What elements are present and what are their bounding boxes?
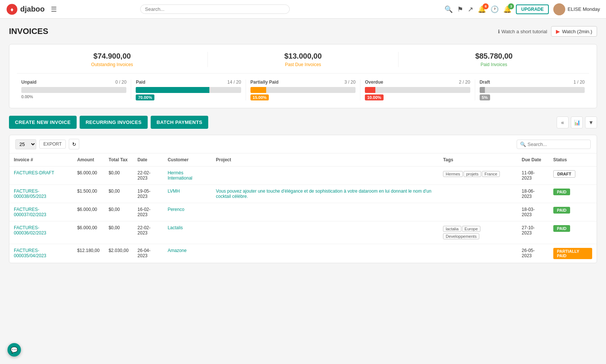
table-search-input[interactable] bbox=[527, 141, 587, 147]
due-date-cell: 26-05-2023 bbox=[517, 244, 549, 263]
customer-cell: Perenco bbox=[163, 203, 211, 221]
table-row: FACTURES-000038/05/2023$1.500,00$0,0019-… bbox=[9, 185, 597, 203]
header: ♦ djaboo ☰ 🔍 ⚑ ↗ 🔔 6 🕐 🔔 3 UPGRADE ELISE… bbox=[0, 0, 606, 19]
progress-pct: 15.00% bbox=[250, 94, 356, 100]
invoice-link[interactable]: FACTURES-DRAFT bbox=[14, 170, 54, 175]
svg-text:♦: ♦ bbox=[10, 6, 13, 12]
status-badge: PAID bbox=[553, 189, 570, 195]
progress-col-overdue: Overdue 2 / 20 10.00% bbox=[360, 80, 475, 100]
user-area[interactable]: ELISE Monday bbox=[553, 3, 600, 15]
chart-view-button[interactable]: 📊 bbox=[571, 116, 583, 128]
logo-text: djaboo bbox=[20, 5, 45, 13]
summary-paid: $85.780,00 Paid Invoices bbox=[399, 52, 589, 67]
invoice-link[interactable]: FACTURES-000036/02/2023 bbox=[14, 225, 46, 236]
progress-col-unpaid: Unpaid 0 / 20 0.00% bbox=[17, 80, 131, 99]
upgrade-button[interactable]: UPGRADE bbox=[516, 4, 549, 14]
project-cell bbox=[212, 244, 439, 263]
progress-col-paid: Paid 14 / 20 70.00% bbox=[131, 80, 246, 100]
progress-count: 14 / 20 bbox=[227, 80, 241, 85]
customer-link[interactable]: LVMH bbox=[167, 189, 179, 194]
progress-bar bbox=[136, 87, 209, 93]
project-cell bbox=[212, 203, 439, 221]
amount-cell: $6.000,00 bbox=[73, 221, 104, 244]
tags-cell: lactaliaEuropeDeveloppements bbox=[439, 221, 517, 244]
export-button[interactable]: EXPORT bbox=[39, 140, 66, 149]
customer-link[interactable]: Amazone bbox=[167, 248, 187, 253]
refresh-button[interactable]: ↻ bbox=[69, 139, 79, 149]
notifications-icon[interactable]: 🔔 6 bbox=[478, 5, 486, 13]
batch-payments-button[interactable]: BATCH PAYMENTS bbox=[151, 116, 208, 129]
action-left: CREATE NEW INVOICE RECURRING INVOICES BA… bbox=[9, 116, 208, 129]
create-invoice-button[interactable]: CREATE NEW INVOICE bbox=[9, 116, 77, 129]
project-cell bbox=[212, 221, 439, 244]
rows-per-page-select[interactable]: 102550100 bbox=[15, 139, 36, 149]
invoice-link[interactable]: FACTURES-000038/05/2023 bbox=[14, 189, 46, 199]
recurring-invoices-button[interactable]: RECURRING INVOICES bbox=[80, 116, 148, 129]
customer-link[interactable]: Lactalis bbox=[167, 225, 183, 230]
customer-link[interactable]: Perenco bbox=[167, 207, 184, 212]
outstanding-amount: $74.900,00 bbox=[21, 52, 204, 60]
bell-icon[interactable]: 🔔 3 bbox=[503, 5, 511, 13]
amount-cell: $6.000,00 bbox=[73, 167, 104, 185]
action-right: « 📊 ▼ bbox=[557, 116, 597, 128]
col-tags: Tags bbox=[439, 153, 517, 167]
tags-cell bbox=[439, 185, 517, 203]
flag-icon[interactable]: ⚑ bbox=[457, 5, 463, 13]
summary-past-due: $13.000,00 Past Due Invoices bbox=[208, 52, 399, 67]
summary-outstanding: $74.900,00 Outstanding Invoices bbox=[17, 52, 208, 67]
past-due-label: Past Due Invoices bbox=[212, 62, 395, 67]
outstanding-label: Outstanding Invoices bbox=[21, 62, 204, 67]
table-controls: 102550100 EXPORT ↻ 🔍 bbox=[9, 135, 597, 153]
project-text: Vous pouvez ajouter une touche d'éléganc… bbox=[216, 189, 431, 199]
hamburger-menu[interactable]: ☰ bbox=[51, 5, 57, 13]
share-icon[interactable]: ↗ bbox=[468, 5, 473, 13]
tags-cell: HermesprojetsFrance bbox=[439, 167, 517, 185]
tax-cell: $0,00 bbox=[104, 167, 133, 185]
table-search-wrap[interactable]: 🔍 bbox=[517, 140, 591, 149]
tutorial-link[interactable]: ℹ Watch a short tutorial bbox=[498, 29, 547, 34]
logo-icon: ♦ bbox=[6, 3, 18, 15]
tutorial-label: Watch a short tutorial bbox=[501, 29, 547, 34]
progress-col-partially-paid: Partially Paid 3 / 20 15.00% bbox=[246, 80, 360, 100]
clock-icon[interactable]: 🕐 bbox=[490, 5, 499, 13]
table-header: Invoice #AmountTotal TaxDateCustomerProj… bbox=[9, 153, 597, 167]
date-cell: 22-02-2023 bbox=[133, 221, 163, 244]
invoice-cell: FACTURES-000037/02/2023 bbox=[9, 203, 73, 221]
progress-bar bbox=[365, 87, 375, 93]
invoice-link[interactable]: FACTURES-000037/02/2023 bbox=[14, 207, 46, 217]
table-controls-left: 102550100 EXPORT ↻ bbox=[15, 139, 79, 149]
customer-link[interactable]: Hermès International bbox=[167, 170, 192, 181]
progress-bar-container bbox=[21, 87, 126, 93]
due-date-cell: 27-10-2023 bbox=[517, 221, 549, 244]
due-date-cell: 18-03-2023 bbox=[517, 203, 549, 221]
search-icon[interactable]: 🔍 bbox=[444, 5, 453, 13]
customer-cell: Lactalis bbox=[163, 221, 211, 244]
page-content: INVOICES ℹ Watch a short tutorial ▶ Watc… bbox=[0, 19, 606, 271]
paid-label: Paid Invoices bbox=[402, 62, 585, 67]
logo[interactable]: ♦ djaboo bbox=[6, 3, 45, 15]
svg-point-2 bbox=[557, 5, 562, 10]
title-actions: ℹ Watch a short tutorial ▶ Watch (2min.) bbox=[498, 26, 597, 37]
progress-count: 1 / 20 bbox=[573, 80, 585, 85]
col-status: Status bbox=[549, 153, 597, 167]
col-invoice-num: Invoice # bbox=[9, 153, 73, 167]
table-row: FACTURES-DRAFT$6.000,00$0,0022-02-2023He… bbox=[9, 167, 597, 185]
progress-name: Paid bbox=[136, 80, 145, 85]
filter-button[interactable]: ▼ bbox=[585, 116, 597, 128]
progress-count: 3 / 20 bbox=[344, 80, 356, 85]
prev-page-button[interactable]: « bbox=[557, 116, 569, 128]
table-row: FACTURES-000035/04/2023$12.180,00$2.030,… bbox=[9, 244, 597, 263]
due-date-cell: 11-08-2023 bbox=[517, 167, 549, 185]
global-search[interactable] bbox=[140, 4, 290, 14]
summary-top: $74.900,00 Outstanding Invoices $13.000,… bbox=[17, 52, 589, 74]
bell-badge: 3 bbox=[508, 3, 514, 9]
amount-cell: $6.000,00 bbox=[73, 203, 104, 221]
search-input[interactable] bbox=[145, 6, 285, 12]
progress-count: 2 / 20 bbox=[459, 80, 470, 85]
pct-badge: 70.00% bbox=[136, 94, 154, 100]
date-cell: 22-02-2023 bbox=[133, 167, 163, 185]
invoice-link[interactable]: FACTURES-000035/04/2023 bbox=[14, 248, 46, 258]
progress-name: Draft bbox=[480, 80, 490, 85]
pct-badge: 15.00% bbox=[250, 94, 269, 100]
watch-button[interactable]: ▶ Watch (2min.) bbox=[551, 26, 597, 37]
